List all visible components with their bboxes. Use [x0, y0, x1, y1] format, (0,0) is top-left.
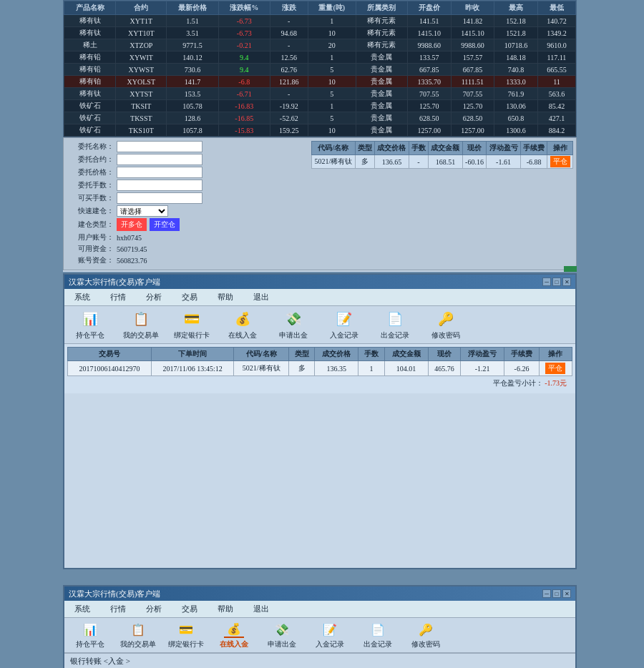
market-col-最低: 最低 [537, 1, 575, 15]
menu-trade-2[interactable]: 交易 [172, 290, 208, 304]
market-col-最高: 最高 [494, 1, 538, 15]
toolbar-btn-3-hold[interactable]: 📊持仓平仓 [70, 621, 109, 649]
content-col: 操作 [539, 348, 572, 361]
minimize-btn-3[interactable]: ─ [542, 589, 551, 598]
input-code[interactable] [117, 154, 203, 165]
toolbar-btn-deposit_log[interactable]: 📝入金记录 [324, 309, 364, 340]
deposit-label-3: 在线入金 [220, 639, 248, 649]
market-cell: 563.6 [537, 88, 575, 100]
market-row: 铁矿石TKSIT105.78-16.83-19.921贵金属125.70125.… [64, 100, 576, 112]
minimize-btn-2[interactable]: ─ [542, 277, 551, 286]
deposit_log-icon-3: 📝 [320, 621, 340, 638]
content-cell: 136.35 [315, 361, 358, 376]
market-cell: 628.50 [451, 112, 494, 124]
input-price[interactable] [117, 167, 203, 178]
toolbar-btn-3-deposit_log[interactable]: 📝入金记录 [310, 621, 349, 649]
toolbar-btn-3-withdraw[interactable]: 💸申请出金 [262, 621, 301, 649]
close-btn-3[interactable]: ✕ [562, 589, 571, 598]
market-cell: 稀有钛 [64, 88, 116, 100]
toolbar-btn-deposit[interactable]: 💰在线入金 [223, 309, 262, 340]
content-col: 成交价格 [315, 348, 358, 361]
market-cell: 130.06 [494, 100, 538, 112]
withdraw-icon-3: 💸 [272, 621, 292, 638]
content-col: 成交金额 [384, 348, 428, 361]
toolbar-btn-3-withdraw_log[interactable]: 📄出金记录 [358, 621, 397, 649]
market-cell: 铁矿石 [64, 112, 116, 124]
content-cell: 多 [289, 361, 315, 376]
market-cell: 128.6 [167, 112, 218, 124]
market-cell: -16.85 [218, 112, 270, 124]
toolbar-btn-bind[interactable]: 💳绑定银行卡 [172, 309, 211, 340]
market-cell: 稀有铅 [64, 51, 116, 64]
side-icon[interactable]: 助 [564, 266, 577, 272]
market-cell: 稀有元素 [356, 39, 407, 51]
maximize-btn-3[interactable]: □ [552, 589, 561, 598]
content-cell: 5021/稀有钛 [234, 361, 289, 376]
user-val: hxh0745 [117, 234, 142, 242]
input-qty[interactable] [117, 180, 203, 191]
market-cell: 140.72 [537, 15, 575, 27]
toolbar-btn-3-deposit[interactable]: 💰在线入金 [214, 621, 253, 649]
toolbar-btn-3-orders[interactable]: 📋我的交易单 [118, 621, 157, 649]
toolbar-btn-3-pwd[interactable]: 🔑修改密码 [406, 621, 445, 649]
trade-col: 操作 [547, 142, 573, 155]
btn-open-short[interactable]: 开空仓 [150, 218, 180, 231]
market-cell: 1257.00 [407, 124, 451, 137]
content-row: 201710061404129702017/11/06 13:45:125021… [68, 361, 572, 376]
content-col: 下单时间 [152, 348, 234, 361]
titlebar-2: 汉霖大宗行情(交易)客户端 ─ □ ✕ [64, 275, 575, 289]
withdraw_log-icon-3: 📄 [368, 621, 388, 638]
maximize-btn-2[interactable]: □ [552, 277, 561, 286]
market-cell: 427.1 [537, 112, 575, 124]
input-buyable[interactable] [117, 192, 203, 204]
menu-exit-2[interactable]: 退出 [243, 290, 279, 304]
label-user: 用户账号： [67, 232, 117, 242]
toolbar-btn-3-bind[interactable]: 💳绑定银行卡 [166, 621, 205, 649]
market-cell: 85.42 [537, 100, 575, 112]
market-cell: 152.18 [494, 15, 538, 27]
toolbar-btn-withdraw[interactable]: 💸申请出金 [273, 309, 313, 340]
menu-exit-3[interactable]: 退出 [243, 602, 279, 616]
market-cell: 稀有钛 [64, 27, 116, 39]
select-fast[interactable]: 请选择 [117, 205, 168, 217]
menu-market-2[interactable]: 行情 [100, 290, 136, 304]
menu-trade-3[interactable]: 交易 [172, 602, 208, 616]
market-cell: 9771.5 [167, 39, 218, 51]
btn-open-long[interactable]: 开多仓 [117, 218, 147, 231]
toolbar-btn-withdraw_log[interactable]: 📄出金记录 [375, 309, 414, 340]
market-cell: 贵金属 [356, 51, 407, 64]
close-btn-2[interactable]: ✕ [562, 277, 571, 286]
win-title-3: 汉霖大宗行情(交易)客户端 [69, 589, 160, 599]
toolbar-btn-pwd[interactable]: 🔑修改密码 [426, 309, 465, 340]
menu-help-3[interactable]: 帮助 [208, 602, 243, 616]
market-cell: 9988.60 [451, 39, 494, 51]
withdraw-label-3: 申请出金 [268, 639, 296, 649]
market-cell: 740.8 [494, 64, 538, 76]
menu-system-3[interactable]: 系统 [64, 602, 100, 616]
market-cell: 5 [308, 64, 356, 76]
deposit-label: 在线入金 [228, 330, 257, 340]
market-cell: -19.92 [270, 100, 308, 112]
menu-market-3[interactable]: 行情 [100, 602, 136, 616]
funds-val: 560719.45 [117, 245, 147, 253]
order-right: 代码/名称类型成交价格手数成交金额现价浮动盈亏手续费操作 5021/稀有钛多13… [311, 141, 573, 267]
menu-system-2[interactable]: 系统 [64, 290, 100, 304]
hold-icon-3: 📊 [80, 621, 100, 638]
market-row: 铁矿石TKSST128.6-16.85-52.625贵金属628.50628.5… [64, 112, 576, 124]
pingcang-btn[interactable]: 平仓 [550, 156, 570, 167]
menu-help-2[interactable]: 帮助 [208, 290, 243, 304]
market-cell: 117.11 [537, 51, 575, 64]
market-cell: 贵金属 [356, 112, 407, 124]
menubar-2: 系统 行情 分析 交易 帮助 退出 [64, 289, 575, 306]
toolbar-btn-hold[interactable]: 📊持仓平仓 [70, 309, 109, 340]
panel1: 产品名称合约最新价格涨跌幅%涨跌重量(吨)所属类别开盘价昨收最高最低 稀有钛XY… [63, 0, 577, 272]
input-name[interactable] [117, 141, 203, 152]
menu-analysis-2[interactable]: 分析 [136, 290, 172, 304]
toolbar-btn-orders[interactable]: 📋我的交易单 [121, 309, 160, 340]
market-cell: 1.51 [167, 15, 218, 27]
menu-analysis-3[interactable]: 分析 [136, 602, 172, 616]
market-cell: -15.83 [218, 124, 270, 137]
pingcang-btn-2[interactable]: 平仓 [545, 363, 565, 374]
trade-cell: 多 [355, 155, 374, 169]
content-col: 代码/名称 [234, 348, 289, 361]
